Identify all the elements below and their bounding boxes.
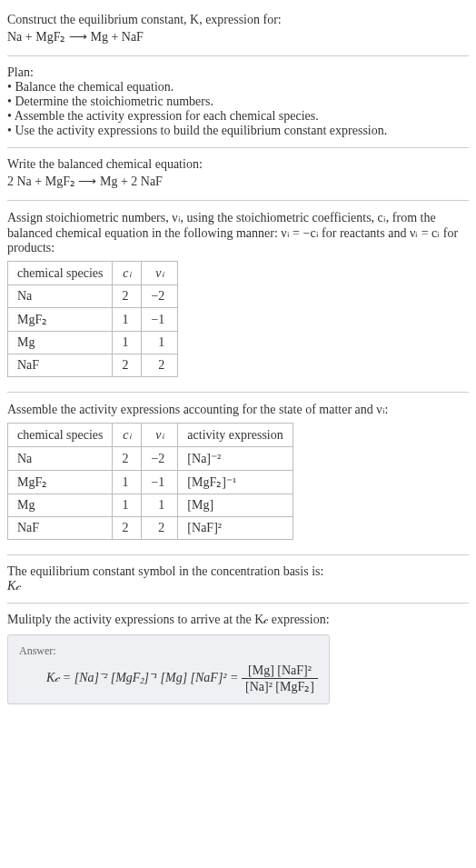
cell-ci: 2 (113, 447, 142, 471)
stoich-table: chemical species cᵢ νᵢ Na 2 −2 MgF₂ 1 −1… (7, 261, 178, 377)
cell-vi: 2 (142, 354, 178, 377)
cell-activity: [MgF₂]⁻¹ (178, 471, 293, 494)
kc-fraction: [Mg] [NaF]² [Na]² [MgF₂] (242, 663, 318, 694)
plan-item: • Assemble the activity expression for e… (7, 109, 469, 124)
cell-ci: 1 (113, 494, 142, 517)
cell-activity: [Mg] (178, 494, 293, 517)
kc-intro: The equilibrium constant symbol in the c… (7, 564, 469, 579)
cell-species: Mg (8, 332, 113, 354)
kc-symbol: K𝒸 (7, 579, 469, 594)
plan-item: • Use the activity expressions to build … (7, 124, 469, 138)
table-row: Na 2 −2 (8, 285, 178, 308)
cell-species: Mg (8, 494, 113, 517)
multiply-intro: Mulitply the activity expressions to arr… (7, 613, 469, 627)
cell-ci: 2 (113, 517, 142, 540)
col-vi: νᵢ (142, 262, 178, 285)
table-row: MgF₂ 1 −1 (8, 308, 178, 332)
col-species: chemical species (8, 424, 113, 447)
divider (7, 200, 469, 201)
stoich-section: Assign stoichiometric numbers, νᵢ, using… (7, 205, 469, 388)
balanced-title: Write the balanced chemical equation: (7, 157, 469, 172)
kc-symbol-section: The equilibrium constant symbol in the c… (7, 559, 469, 599)
table-row: MgF₂ 1 −1 [MgF₂]⁻¹ (8, 471, 293, 494)
cell-vi: 2 (142, 517, 178, 540)
plan-item: • Determine the stoichiometric numbers. (7, 95, 469, 109)
plan-title: Plan: (7, 65, 469, 80)
cell-species: MgF₂ (8, 308, 113, 332)
cell-species: MgF₂ (8, 471, 113, 494)
activity-intro: Assemble the activity expressions accoun… (7, 402, 469, 417)
cell-vi: 1 (142, 332, 178, 354)
activity-section: Assemble the activity expressions accoun… (7, 396, 469, 551)
cell-ci: 2 (113, 354, 142, 377)
table-header-row: chemical species cᵢ νᵢ (8, 262, 178, 285)
answer-box: Answer: K𝒸 = [Na]⁻² [MgF₂]⁻¹ [Mg] [NaF]²… (7, 634, 330, 704)
cell-species: NaF (8, 354, 113, 377)
table-row: Mg 1 1 [Mg] (8, 494, 293, 517)
table-row: NaF 2 2 [NaF]² (8, 517, 293, 540)
divider (7, 554, 469, 555)
fraction-numerator: [Mg] [NaF]² (242, 663, 318, 679)
header-section: Construct the equilibrium constant, K, e… (7, 7, 469, 52)
col-vi: νᵢ (142, 424, 178, 447)
col-species: chemical species (8, 262, 113, 285)
cell-ci: 1 (113, 308, 142, 332)
stoich-intro: Assign stoichiometric numbers, νᵢ, using… (7, 210, 469, 255)
kc-lhs: K𝒸 = [Na]⁻² [MgF₂]⁻¹ [Mg] [NaF]² = (46, 671, 242, 684)
cell-vi: −2 (142, 447, 178, 471)
cell-ci: 1 (113, 332, 142, 354)
plan-section: Plan: • Balance the chemical equation. •… (7, 60, 469, 144)
cell-activity: [NaF]² (178, 517, 293, 540)
cell-species: Na (8, 447, 113, 471)
col-activity: activity expression (178, 424, 293, 447)
fraction-denominator: [Na]² [MgF₂] (242, 679, 318, 694)
divider (7, 55, 469, 56)
cell-vi: −1 (142, 308, 178, 332)
page-title: Construct the equilibrium constant, K, e… (7, 13, 469, 27)
col-ci: cᵢ (113, 262, 142, 285)
col-ci: cᵢ (113, 424, 142, 447)
cell-activity: [Na]⁻² (178, 447, 293, 471)
unbalanced-equation: Na + MgF₂ ⟶ Mg + NaF (7, 27, 469, 46)
cell-vi: −1 (142, 471, 178, 494)
table-row: Mg 1 1 (8, 332, 178, 354)
cell-vi: −2 (142, 285, 178, 308)
activity-table: chemical species cᵢ νᵢ activity expressi… (7, 423, 293, 540)
multiply-section: Mulitply the activity expressions to arr… (7, 607, 469, 717)
cell-ci: 1 (113, 471, 142, 494)
table-header-row: chemical species cᵢ νᵢ activity expressi… (8, 424, 293, 447)
answer-label: Answer: (19, 644, 318, 658)
table-row: NaF 2 2 (8, 354, 178, 377)
divider (7, 603, 469, 604)
cell-species: Na (8, 285, 113, 308)
cell-species: NaF (8, 517, 113, 540)
plan-item: • Balance the chemical equation. (7, 80, 469, 95)
table-row: Na 2 −2 [Na]⁻² (8, 447, 293, 471)
balanced-equation: 2 Na + MgF₂ ⟶ Mg + 2 NaF (7, 172, 469, 191)
divider (7, 392, 469, 393)
kc-expression: K𝒸 = [Na]⁻² [MgF₂]⁻¹ [Mg] [NaF]² = [Mg] … (19, 663, 318, 694)
cell-ci: 2 (113, 285, 142, 308)
cell-vi: 1 (142, 494, 178, 517)
divider (7, 147, 469, 148)
balanced-section: Write the balanced chemical equation: 2 … (7, 152, 469, 196)
